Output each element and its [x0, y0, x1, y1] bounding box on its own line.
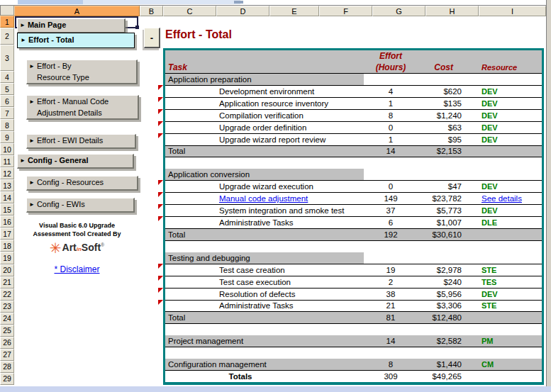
- row-header-14[interactable]: 14: [0, 191, 14, 203]
- cell-task: Administrative Tasks: [165, 217, 364, 228]
- row-header-27[interactable]: 27: [0, 349, 14, 361]
- cell-cost: $1,007: [418, 218, 470, 227]
- sidebar-button-effort-ewi-details[interactable]: ►Effort - EWI Details: [26, 134, 136, 149]
- cell-cost: $1,440: [418, 360, 470, 369]
- cell-cost: $63: [418, 123, 470, 132]
- cell-effort: 1: [364, 135, 418, 144]
- see-details-link[interactable]: See details: [482, 194, 522, 203]
- table-row: Test case creation19$2,978STE: [165, 264, 542, 276]
- column-header-E[interactable]: E: [269, 6, 319, 16]
- cell-resource: DEV: [477, 87, 542, 96]
- cell-cost: $47: [418, 182, 470, 191]
- cell-cost: $95: [418, 135, 470, 144]
- table-row: Development environment4$620DEV: [165, 86, 542, 98]
- sidebar-button-effort-by-resource-type[interactable]: ►Effort - ByResource Type: [26, 60, 138, 84]
- table-row: Project management14$2,582PM: [165, 335, 542, 347]
- cell-resource: STE: [477, 301, 542, 310]
- column-headers: ABCDEFGHI: [14, 5, 546, 16]
- cell-resource: CM: [477, 360, 542, 369]
- row-header-12[interactable]: 12: [0, 167, 14, 179]
- column-header-effort: Effort: [364, 51, 418, 61]
- row-header-3[interactable]: 3: [0, 45, 14, 71]
- cell-task: Compilation verification: [165, 110, 364, 121]
- cell-resource: PM: [477, 337, 542, 345]
- row-header-22[interactable]: 22: [0, 289, 14, 301]
- fill-handle[interactable]: [135, 26, 139, 29]
- table-row: [165, 324, 542, 335]
- table-row: Application conversion: [165, 169, 542, 181]
- column-header-D[interactable]: D: [216, 6, 269, 16]
- column-header-I[interactable]: I: [479, 6, 546, 16]
- select-all-corner[interactable]: [0, 5, 14, 16]
- sidebar-button-label: Effort - By: [37, 62, 72, 70]
- row-header-13[interactable]: 13: [0, 179, 14, 191]
- row-header-25[interactable]: 25: [0, 325, 14, 337]
- sidebar-button-label: Config - General: [28, 156, 89, 164]
- column-header-F[interactable]: F: [319, 6, 372, 16]
- cell-effort: 81: [364, 313, 418, 322]
- sidebar-button-label: Effort - Manual Code: [37, 97, 108, 106]
- sidebar-button-effort-total[interactable]: ►Effort - Total: [17, 33, 135, 48]
- sidebar-button-config-ewis[interactable]: ►Config - EWIs: [26, 198, 135, 213]
- column-header-cost: Cost: [418, 62, 470, 72]
- comment-flag-icon: [158, 109, 163, 114]
- row-header-1[interactable]: 1: [0, 16, 14, 28]
- sidebar-button-label: Main Page: [28, 21, 66, 29]
- cell-cost: $23,782: [418, 194, 470, 203]
- table-header: Effort Task (Hours) Cost Resource: [165, 50, 542, 74]
- cell-effort: 1: [364, 99, 418, 108]
- row-header-21[interactable]: 21: [0, 276, 14, 289]
- column-header-H[interactable]: H: [425, 6, 479, 16]
- cell-effort: 149: [364, 194, 418, 203]
- row-header-24[interactable]: 24: [0, 313, 14, 325]
- sidebar-button-label: Resource Type: [29, 72, 134, 82]
- row-header-5[interactable]: 5: [0, 83, 14, 95]
- sidebar-button-effort-manual-code-adjustment-details[interactable]: ►Effort - Manual CodeAdjustment Details: [26, 95, 139, 120]
- sidebar-button-config-general[interactable]: ►Config - General: [17, 154, 134, 169]
- row-header-7[interactable]: 7: [0, 107, 14, 119]
- row-header-4[interactable]: 4: [0, 71, 14, 83]
- row-header-6[interactable]: 6: [0, 95, 14, 107]
- row-header-26[interactable]: 26: [0, 337, 14, 349]
- disclaimer-link[interactable]: * Disclaimer: [14, 264, 140, 274]
- cell-resource: DEV: [477, 206, 542, 215]
- row-header-18[interactable]: 18: [0, 240, 14, 252]
- comment-flag-icon: [158, 85, 163, 90]
- column-header-A[interactable]: A: [14, 6, 140, 16]
- cell-task: Application resource inventory: [165, 98, 364, 109]
- cell-effort: 4: [364, 87, 418, 96]
- row-header-10[interactable]: 10: [0, 143, 14, 155]
- cell-task: Testing and debugging: [165, 252, 364, 264]
- manual-code-adjustment-link[interactable]: Manual code adjustment: [219, 194, 308, 203]
- row-header-16[interactable]: 16: [0, 215, 14, 228]
- effort-table-body: Application preparationDevelopment envir…: [165, 74, 542, 382]
- cell-task: [165, 324, 364, 335]
- row-header-8[interactable]: 8: [0, 119, 14, 131]
- row-header-17[interactable]: 17: [0, 228, 14, 240]
- row-header-2[interactable]: 2: [0, 28, 14, 45]
- row-header-19[interactable]: 19: [0, 252, 14, 264]
- sidebar-button-config-resources[interactable]: ►Config - Resources: [26, 176, 138, 191]
- row-header-15[interactable]: 15: [0, 203, 14, 215]
- table-row: Upgrade wizard execution0$47DEV: [165, 181, 542, 193]
- artinsoft-logo: ✳ArtinSoft®: [14, 240, 140, 257]
- column-header-resource: Resource: [477, 63, 542, 72]
- row-header-9[interactable]: 9: [0, 131, 14, 143]
- row-header-23[interactable]: 23: [0, 301, 14, 313]
- cell-resource: DEV: [477, 182, 542, 191]
- cell-effort: 14: [364, 147, 418, 155]
- right-scrollbar-sliver: [546, 0, 551, 386]
- cell-resource: DEV: [477, 99, 542, 108]
- bottom-window-strip: [0, 386, 551, 392]
- row-header-11[interactable]: 11: [0, 155, 14, 167]
- sidebar-button-label: Adjustment Details: [29, 108, 135, 118]
- sidebar-button-main-page[interactable]: ►Main Page: [17, 18, 126, 33]
- column-header-G[interactable]: G: [372, 6, 425, 16]
- outline-collapse-button[interactable]: -: [144, 28, 160, 48]
- column-header-B[interactable]: B: [140, 6, 163, 16]
- row-header-29[interactable]: 29: [0, 373, 14, 385]
- row-header-20[interactable]: 20: [0, 264, 14, 276]
- column-header-C[interactable]: C: [163, 6, 216, 16]
- cell-task: Resolution of defects: [165, 289, 364, 300]
- row-header-28[interactable]: 28: [0, 361, 14, 373]
